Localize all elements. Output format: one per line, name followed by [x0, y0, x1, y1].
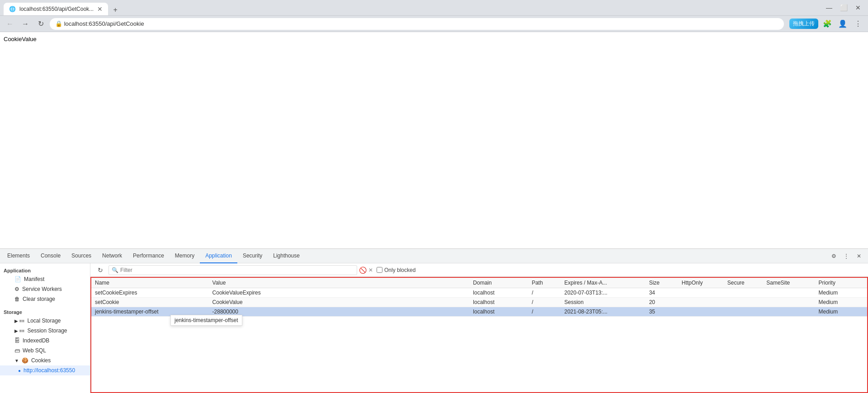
col-header-httponly[interactable]: HttpOnly	[678, 278, 724, 288]
close-button[interactable]: ✕	[852, 1, 864, 14]
filter-input[interactable]	[120, 267, 354, 273]
sidebar-item-manifest[interactable]: 📄 Manifest	[0, 274, 90, 284]
cookie-name-tooltip: jenkins-timestamper-offset	[170, 315, 242, 326]
cell-domain: localhost	[469, 307, 528, 317]
sidebar-item-service-workers[interactable]: ⚙ Service Workers	[0, 284, 90, 294]
sidebar-item-local-storage[interactable]: ▶ ≡≡ Local Storage	[0, 316, 90, 326]
table-row[interactable]: setCookieExpiresCookieValueExpireslocalh…	[91, 288, 867, 298]
tab-sources[interactable]: Sources	[66, 249, 97, 263]
filter-only-blocked-checkbox[interactable]	[377, 267, 382, 273]
cell-name: setCookieExpires	[91, 288, 209, 298]
cell-path: /	[528, 288, 561, 298]
cell-domain: localhost	[469, 298, 528, 307]
cell-samesite	[763, 307, 815, 317]
cell-path: /	[528, 307, 561, 317]
cell-path: /	[528, 298, 561, 307]
filter-clear-button[interactable]: ✕	[368, 267, 373, 273]
sidebar-item-session-storage[interactable]: ▶ ≡≡ Session Storage	[0, 326, 90, 336]
forward-button[interactable]: →	[19, 18, 32, 30]
cell-priority: Medium	[815, 307, 867, 317]
sidebar-item-cookies-localhost[interactable]: ● http://localhost:63550	[0, 365, 90, 375]
clear-storage-icon: 🗑	[14, 296, 20, 302]
cell-httponly	[678, 298, 724, 307]
sidebar-item-indexeddb[interactable]: 🗄 IndexedDB	[0, 336, 90, 346]
cell-samesite	[763, 298, 815, 307]
tab-favicon: 🌐	[9, 6, 16, 12]
cookie-table-container: Name Value Domain Path Expires / Max-A..…	[90, 277, 868, 393]
cookies-icon: 🍪	[22, 357, 28, 364]
menu-button[interactable]: ⋮	[852, 18, 864, 30]
devtools-close-button[interactable]: ✕	[854, 251, 864, 262]
sidebar-item-cookies[interactable]: ▼ 🍪 Cookies	[0, 356, 90, 365]
col-header-samesite[interactable]: SameSite	[763, 278, 815, 288]
cell-size: 20	[646, 298, 678, 307]
sidebar-item-clear-storage[interactable]: 🗑 Clear storage	[0, 294, 90, 304]
col-header-path[interactable]: Path	[528, 278, 561, 288]
tab-application[interactable]: Application	[200, 249, 237, 263]
devtools-panel: Elements Console Sources Network Perform…	[0, 248, 868, 393]
more-options-button[interactable]: ⋮	[841, 251, 852, 262]
filter-refresh-button[interactable]: ↻	[94, 264, 107, 276]
ext-upload-button[interactable]: 拖拽上传	[789, 19, 818, 29]
col-header-value[interactable]: Value	[209, 278, 470, 288]
window-controls: — ⬜ ✕	[823, 1, 864, 14]
new-tab-button[interactable]: +	[110, 5, 121, 15]
devtools-tab-bar: Elements Console Sources Network Perform…	[0, 249, 868, 263]
manifest-icon: 📄	[14, 276, 21, 282]
cell-secure	[724, 307, 763, 317]
minimize-button[interactable]: —	[823, 1, 835, 14]
url-text: localhost:63550/api/GetCookie	[64, 20, 144, 27]
cell-priority: Medium	[815, 298, 867, 307]
cell-secure	[724, 288, 763, 298]
tab-security[interactable]: Security	[237, 249, 268, 263]
filter-only-blocked-label[interactable]: Only blocked	[377, 267, 415, 273]
extensions-button[interactable]: 🧩	[821, 18, 834, 30]
cell-expires: 2020-07-03T13:...	[561, 288, 645, 298]
tab-list: 🌐 localhost:63550/api/GetCook... ✕ +	[4, 0, 121, 15]
tab-network[interactable]: Network	[97, 249, 127, 263]
tab-console[interactable]: Console	[35, 249, 66, 263]
filter-bar: ↻ 🔍 🚫 ✕ Only blocked	[90, 263, 868, 277]
tab-lighthouse[interactable]: Lighthouse	[268, 249, 305, 263]
sidebar-item-web-sql[interactable]: 🗃 Web SQL	[0, 346, 90, 356]
tab-close-button[interactable]: ✕	[97, 6, 103, 12]
browser-tab-bar: 🌐 localhost:63550/api/GetCook... ✕ + — ⬜…	[0, 0, 868, 16]
col-header-domain[interactable]: Domain	[469, 278, 528, 288]
cell-value: CookieValue	[209, 298, 470, 307]
col-header-name[interactable]: Name	[91, 278, 209, 288]
col-header-priority[interactable]: Priority	[815, 278, 867, 288]
filter-input-wrap: 🔍	[108, 265, 357, 275]
cell-httponly	[678, 288, 724, 298]
cell-size: 34	[646, 288, 678, 298]
indexeddb-icon: 🗄	[14, 337, 20, 344]
cell-size: 35	[646, 307, 678, 317]
filter-block-button[interactable]: 🚫	[359, 267, 367, 274]
cookie-table: Name Value Domain Path Expires / Max-A..…	[91, 278, 867, 317]
address-bar[interactable]: 🔒 localhost:63550/api/GetCookie	[50, 18, 784, 30]
extension-icons: 拖拽上传 🧩 👤 ⋮	[789, 18, 864, 30]
tab-memory[interactable]: Memory	[170, 249, 200, 263]
back-button[interactable]: ←	[4, 18, 16, 30]
active-tab[interactable]: 🌐 localhost:63550/api/GetCook... ✕	[4, 3, 108, 15]
cell-name: setCookie	[91, 298, 209, 307]
sidebar-section-storage: Storage	[0, 307, 90, 316]
tab-elements[interactable]: Elements	[2, 249, 35, 263]
table-row[interactable]: setCookieCookieValuelocalhost/Session20M…	[91, 298, 867, 307]
service-workers-icon: ⚙	[14, 286, 19, 292]
refresh-button[interactable]: ↻	[34, 18, 47, 30]
col-header-size[interactable]: Size	[646, 278, 678, 288]
cell-secure	[724, 298, 763, 307]
session-storage-icon: ▶ ≡≡	[14, 328, 24, 333]
settings-button[interactable]: ⚙	[828, 251, 839, 262]
profile-button[interactable]: 👤	[836, 18, 849, 30]
col-header-secure[interactable]: Secure	[724, 278, 763, 288]
tab-performance[interactable]: Performance	[127, 249, 170, 263]
maximize-button[interactable]: ⬜	[837, 1, 850, 14]
cell-value: -28800000	[209, 307, 470, 317]
cookies-expand-icon: ▼	[14, 358, 19, 363]
cookie-table-header-row: Name Value Domain Path Expires / Max-A..…	[91, 278, 867, 288]
page-content: CookieValue	[0, 32, 868, 248]
col-header-expires[interactable]: Expires / Max-A...	[561, 278, 645, 288]
cookies-localhost-icon: ●	[18, 368, 21, 373]
page-body-text: CookieValue	[4, 36, 864, 42]
